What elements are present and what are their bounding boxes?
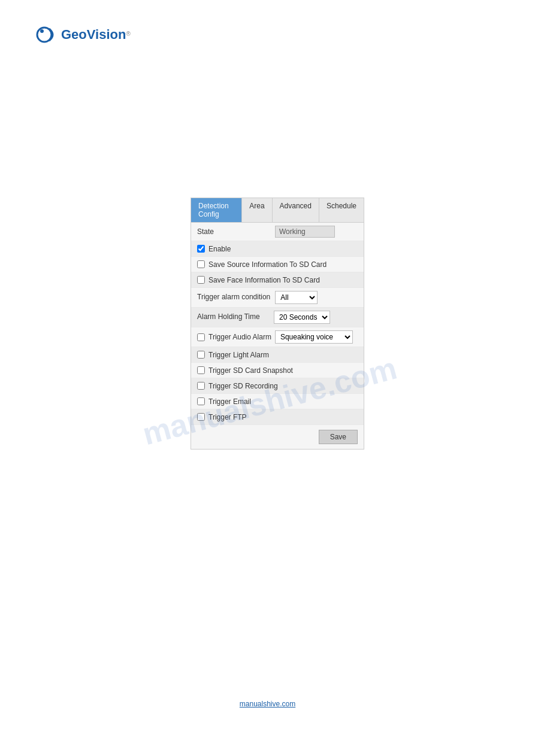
logo-area: GeoVision® [36,24,131,45]
save-row: Save [191,425,364,449]
state-row: State [191,223,364,241]
state-value [275,226,335,238]
bottom-link[interactable]: manualshive.com [240,700,295,708]
alarm-holding-time-row: Alarm Holding Time 5 Seconds 10 Seconds … [191,308,364,327]
trigger-email-checkbox[interactable] [197,397,205,405]
trigger-alarm-condition-select[interactable]: All Motion Tamper [275,291,318,304]
tabs-bar: Detection Config Area Advanced Schedule [191,198,364,223]
trigger-light-alarm-label: Trigger Light Alarm [208,351,269,359]
save-face-checkbox[interactable] [197,276,205,284]
trigger-email-row: Trigger Email [191,394,364,409]
trigger-audio-alarm-row: Trigger Audio Alarm Squeaking voice Alar… [191,327,364,347]
trigger-alarm-condition-row: Trigger alarm condition All Motion Tampe… [191,288,364,308]
tab-advanced[interactable]: Advanced [273,198,319,222]
alarm-holding-time-select[interactable]: 5 Seconds 10 Seconds 20 Seconds 30 Secon… [274,311,330,324]
trigger-sd-card-snapshot-label: Trigger SD Card Snapshot [208,366,293,375]
save-face-row: Save Face Information To SD Card [191,272,364,288]
save-face-label: Save Face Information To SD Card [208,276,320,284]
geovision-logo-icon [36,24,58,45]
trigger-sd-card-snapshot-row: Trigger SD Card Snapshot [191,363,364,378]
save-source-checkbox[interactable] [197,260,205,268]
save-source-label: Save Source Information To SD Card [208,260,327,269]
alarm-holding-time-label: Alarm Holding Time [197,312,269,322]
trigger-audio-alarm-checkbox[interactable] [197,333,205,341]
save-source-row: Save Source Information To SD Card [191,257,364,272]
trigger-sd-recording-row: Trigger SD Recording [191,378,364,394]
logo-text: GeoVision® [61,27,131,42]
save-button[interactable]: Save [319,430,358,444]
tab-schedule[interactable]: Schedule [319,198,364,222]
svg-point-1 [40,29,44,33]
state-label: State [197,227,275,236]
tab-area[interactable]: Area [242,198,272,222]
tab-detection-config[interactable]: Detection Config [191,198,242,222]
trigger-light-alarm-checkbox[interactable] [197,351,205,359]
trigger-ftp-checkbox[interactable] [197,413,205,421]
trigger-audio-alarm-label: Trigger Audio Alarm [208,333,271,341]
config-panel: Detection Config Area Advanced Schedule … [191,198,364,450]
trigger-audio-alarm-select[interactable]: Squeaking voice Alarm 1 Alarm 2 Alarm 3 [275,330,353,344]
config-content: State Enable Save Source Information To … [191,223,364,449]
enable-row: Enable [191,241,364,257]
trigger-email-label: Trigger Email [208,397,251,406]
trigger-ftp-label: Trigger FTP [208,413,247,421]
trigger-light-alarm-row: Trigger Light Alarm [191,347,364,363]
trigger-sd-card-snapshot-checkbox[interactable] [197,366,205,374]
enable-label: Enable [208,245,231,253]
trigger-sd-recording-checkbox[interactable] [197,382,205,390]
trigger-alarm-condition-label: Trigger alarm condition [197,293,270,302]
trigger-ftp-row: Trigger FTP [191,409,364,425]
enable-checkbox[interactable] [197,245,205,253]
trigger-sd-recording-label: Trigger SD Recording [208,382,278,390]
